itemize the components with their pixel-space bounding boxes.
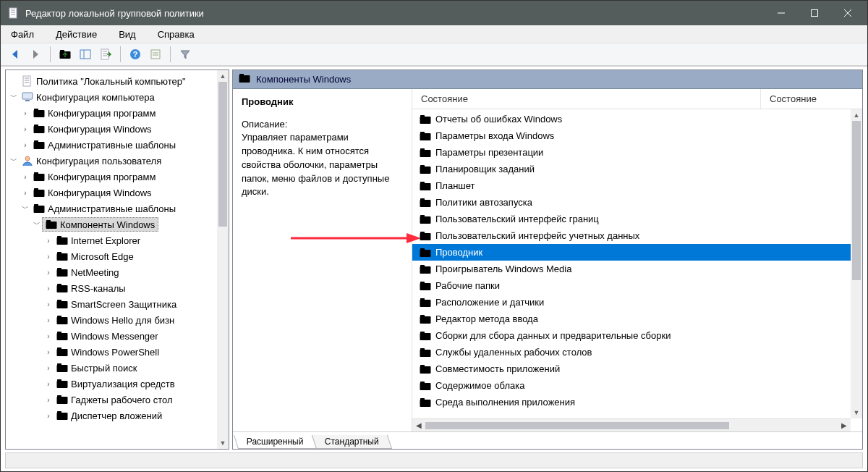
list-item[interactable]: Содержимое облака	[412, 377, 862, 394]
node-icon	[56, 410, 68, 421]
tree-child[interactable]: › Windows Messenger	[6, 328, 217, 344]
menu-help[interactable]: Справка	[153, 28, 199, 41]
scroll-track[interactable]	[851, 121, 862, 407]
scroll-down-button[interactable]: ▼	[851, 407, 862, 418]
expander-icon[interactable]: ﹀	[9, 156, 19, 166]
expander-icon[interactable]: ›	[43, 237, 54, 245]
expander-icon[interactable]: ›	[20, 141, 30, 149]
expander-icon[interactable]: ›	[20, 189, 30, 197]
list-item[interactable]: Пользовательский интерфейс границ	[412, 211, 862, 227]
help-button[interactable]: ?	[127, 46, 144, 63]
folder-icon	[420, 230, 431, 242]
tree-scroll-area[interactable]: Политика "Локальный компьютер" ﹀ Конфигу…	[6, 70, 217, 449]
tree-child[interactable]: › SmartScreen Защитника	[6, 296, 217, 312]
expander-icon[interactable]: ›	[43, 348, 54, 356]
list-item[interactable]: Планировщик заданий	[412, 161, 862, 177]
back-button[interactable]	[7, 46, 24, 63]
minimize-button[interactable]	[765, 1, 798, 25]
show-hide-tree-button[interactable]	[77, 46, 94, 63]
tree-uc-admin[interactable]: ﹀ Административные шаблоны	[6, 201, 217, 216]
expander-icon[interactable]: ›	[43, 380, 54, 388]
list-item[interactable]: Планшет	[412, 177, 862, 194]
list-item[interactable]: Службы удаленных рабочих столов	[412, 344, 862, 361]
scroll-track[interactable]	[425, 421, 838, 430]
tree-child[interactable]: › Windows PowerShell	[6, 344, 217, 360]
export-button[interactable]	[97, 46, 114, 63]
list-item[interactable]: Совместимость приложений	[412, 361, 862, 377]
expander-icon[interactable]: ﹀	[9, 92, 19, 102]
column-state[interactable]: Состояние	[412, 89, 761, 109]
list-item[interactable]: Пользовательский интерфейс учетных данны…	[412, 227, 862, 244]
list-item[interactable]: Среда выполнения приложения	[412, 394, 862, 410]
list-item[interactable]: Параметры входа Windows	[412, 127, 862, 144]
tree-child[interactable]: › Windows Hello для бизн	[6, 312, 217, 328]
tab-extended[interactable]: Расширенный	[234, 435, 317, 449]
tree-uc-soft[interactable]: › Конфигурация программ	[6, 169, 217, 185]
list-vertical-scrollbar[interactable]: ▲ ▼	[851, 109, 862, 418]
tree-uc-win[interactable]: › Конфигурация Windows	[6, 185, 217, 201]
filter-button[interactable]	[176, 46, 194, 63]
scroll-thumb[interactable]	[218, 82, 227, 227]
up-folder-button[interactable]	[56, 46, 74, 63]
expander-icon[interactable]: ›	[43, 412, 54, 420]
expander-icon[interactable]: ›	[43, 300, 54, 308]
list-item[interactable]: Расположение и датчики	[412, 294, 862, 311]
expander-icon[interactable]: ›	[43, 364, 54, 372]
expander-icon[interactable]: ›	[43, 316, 54, 324]
list-item[interactable]: Проигрыватель Windows Media	[412, 261, 862, 277]
list-body[interactable]: Отчеты об ошибках Windows Параметры вход…	[412, 109, 862, 431]
expander-icon[interactable]: ›	[43, 269, 54, 277]
expander-icon[interactable]: ›	[43, 396, 54, 404]
tree-vertical-scrollbar[interactable]: ▲ ▼	[217, 70, 229, 449]
tree-child[interactable]: › Microsoft Edge	[6, 248, 217, 264]
tree-computer-config[interactable]: ﹀ Конфигурация компьютера	[6, 89, 217, 105]
tree-child[interactable]: › Быстрый поиск	[6, 360, 217, 376]
list-item[interactable]: Проводник	[412, 244, 862, 261]
tree-child[interactable]: › Виртуализация средств	[6, 376, 217, 392]
tree-win-components[interactable]: ﹀ Компоненты Windows	[6, 216, 217, 232]
expander-icon[interactable]: ›	[20, 173, 30, 181]
column-state-2[interactable]: Состояние	[761, 89, 862, 109]
expander-icon[interactable]: ›	[20, 125, 30, 133]
node-icon	[33, 171, 45, 182]
maximize-button[interactable]	[798, 1, 831, 25]
scroll-thumb[interactable]	[852, 121, 861, 280]
scroll-right-button[interactable]: ▶	[838, 419, 851, 432]
expander-icon[interactable]: ›	[43, 332, 54, 340]
expander-icon[interactable]: ﹀	[20, 203, 30, 214]
tree-child[interactable]: › NetMeeting	[6, 264, 217, 280]
menu-view[interactable]: Вид	[114, 28, 140, 41]
expander-icon[interactable]: ﹀	[32, 219, 42, 229]
tree-child[interactable]: › Гаджеты рабочего стол	[6, 392, 217, 408]
list-item[interactable]: Редактор метода ввода	[412, 311, 862, 327]
tree-cc-soft[interactable]: › Конфигурация программ	[6, 105, 217, 121]
properties-button[interactable]	[147, 46, 164, 63]
menu-action[interactable]: Действие	[51, 28, 101, 41]
list-item[interactable]: Параметры презентации	[412, 144, 862, 161]
close-button[interactable]	[831, 1, 864, 25]
tab-standard[interactable]: Стандартный	[311, 435, 391, 449]
list-horizontal-scrollbar[interactable]: ◀ ▶	[412, 418, 851, 431]
menu-file[interactable]: Файл	[7, 28, 38, 41]
tree-user-config[interactable]: ﹀ Конфигурация пользователя	[6, 153, 217, 169]
tree-cc-win[interactable]: › Конфигурация Windows	[6, 121, 217, 137]
scroll-thumb[interactable]	[425, 422, 729, 429]
scroll-track[interactable]	[217, 82, 229, 437]
list-item[interactable]: Рабочие папки	[412, 277, 862, 294]
list-item[interactable]: Сборки для сбора данных и предварительны…	[412, 327, 862, 344]
tree-child[interactable]: › Internet Explorer	[6, 232, 217, 248]
scroll-left-button[interactable]: ◀	[412, 419, 425, 432]
tree-root[interactable]: Политика "Локальный компьютер"	[6, 73, 217, 89]
scroll-up-button[interactable]: ▲	[851, 109, 862, 121]
expander-icon[interactable]: ›	[43, 253, 54, 261]
list-item[interactable]: Политики автозапуска	[412, 194, 862, 211]
expander-icon[interactable]: ›	[43, 285, 54, 292]
tree-cc-admin[interactable]: › Административные шаблоны	[6, 137, 217, 153]
list-item[interactable]: Отчеты об ошибках Windows	[412, 111, 862, 127]
tree-child[interactable]: › Диспетчер вложений	[6, 408, 217, 423]
tree-child[interactable]: › RSS-каналы	[6, 280, 217, 296]
forward-button[interactable]	[27, 46, 44, 63]
scroll-up-button[interactable]: ▲	[217, 70, 229, 82]
expander-icon[interactable]: ›	[20, 109, 30, 117]
scroll-down-button[interactable]: ▼	[217, 437, 229, 449]
